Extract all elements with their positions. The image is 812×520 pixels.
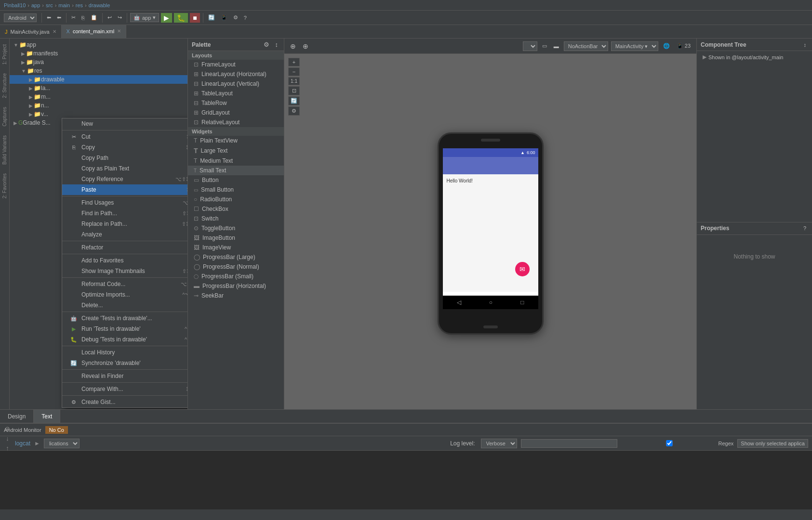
refresh-btn[interactable]: 🔄 (288, 96, 300, 105)
palette-item-linearlayout-h[interactable]: ⊞ LinearLayout (Horizontal) (188, 69, 284, 79)
palette-item-switch[interactable]: ⊡ Switch (188, 214, 284, 223)
ctx-create-gist[interactable]: ⚙ Create Gist... (62, 397, 188, 407)
tree-item-values[interactable]: ▶ 📁 v... (10, 110, 187, 118)
ctx-refactor[interactable]: Refactor (62, 242, 188, 253)
breadcrumb-pinball[interactable]: Pinball10 (4, 2, 26, 8)
close-tab-mainactivity[interactable]: ✕ (53, 29, 56, 34)
palette-item-progressbar-large[interactable]: ◯ ProgressBar (Large) (188, 252, 284, 262)
ctx-create-tests[interactable]: 🤖 Create 'Tests in drawable'... (62, 313, 188, 324)
run-config-dropdown-icon[interactable]: ▾ (153, 14, 156, 21)
vtab-variants[interactable]: Build Variants (1, 131, 8, 169)
breadcrumb-src[interactable]: src (46, 2, 53, 8)
design-zoom-fit-btn[interactable]: ⊕ (288, 41, 298, 51)
palette-item-small-text[interactable]: T Small Text (188, 166, 284, 175)
text-tab[interactable]: Text (34, 410, 60, 423)
palette-item-framelayout[interactable]: ⊡ FrameLayout (188, 60, 284, 69)
palette-item-seekbar[interactable]: ⊸ SeekBar (188, 291, 284, 300)
ctx-cut[interactable]: ✂ Cut ⌘X (62, 131, 188, 142)
sdk-btn[interactable]: ⚙ (231, 13, 240, 22)
ctx-synchronize[interactable]: 🔄 Synchronize 'drawable' (62, 358, 188, 368)
paste-btn[interactable]: 📋 (89, 13, 99, 22)
cut-btn[interactable]: ✂ (69, 13, 78, 22)
vtab-project[interactable]: 1: Project (1, 40, 8, 68)
palette-item-linearlayout-v[interactable]: ⊟ LinearLayout (Vertical) (188, 79, 284, 89)
palette-item-checkbox[interactable]: ☐ CheckBox (188, 204, 284, 214)
show-selected-btn[interactable]: Show only selected applica (737, 439, 808, 448)
breadcrumb-res[interactable]: res (76, 2, 83, 8)
comp-tree-item-shown-in[interactable]: ▶ Shown in @layout/activity_main (701, 53, 808, 61)
monitor-scroll-btn[interactable]: ↓ (4, 434, 11, 443)
stop-button[interactable]: ■ (190, 13, 200, 23)
copy-btn[interactable]: ⎘ (80, 14, 87, 22)
device-landscape-btn[interactable]: ▬ (552, 42, 561, 50)
palette-item-imageview[interactable]: 🖼 ImageView (188, 243, 284, 252)
palette-item-relativelayout[interactable]: ⊡ RelativeLayout (188, 117, 284, 127)
ctx-copy-ref[interactable]: Copy Reference ⌥⇧⌘C (62, 174, 188, 184)
ctx-reformat[interactable]: Reformat Code... ⌥⌘L (62, 279, 188, 289)
close-tab-content-main[interactable]: ✕ (117, 28, 121, 34)
palette-item-gridlayout[interactable]: ⊞ GridLayout (188, 108, 284, 117)
run-button[interactable]: ▶ (161, 13, 172, 23)
undo-btn[interactable]: ↩ (106, 13, 114, 22)
ctx-paste[interactable]: Paste ⌘V (62, 184, 188, 195)
no-connection-btn[interactable]: No Co (45, 426, 68, 434)
palette-item-medium-text[interactable]: T Medium Text (188, 156, 284, 166)
palette-item-imagebutton[interactable]: 🖼 ImageButton (188, 233, 284, 243)
activity-select[interactable]: MainActivity ▾ (611, 41, 658, 51)
palette-item-large-text[interactable]: T Large Text (188, 145, 284, 156)
tree-item-app[interactable]: ▼ 📁 app (10, 40, 187, 49)
ctx-replace-path[interactable]: Replace in Path... ⇧⌘R (62, 219, 188, 229)
tree-item-mipmap[interactable]: ▶ 📁 m... (10, 92, 187, 101)
app-filter-select[interactable]: lications (44, 439, 80, 448)
component-tree-expand-btn[interactable]: ↕ (802, 41, 809, 49)
monitor-clear-btn[interactable]: ⊘ (4, 424, 11, 433)
design-zoom-rect-btn[interactable]: ⊕ (301, 41, 310, 51)
ctx-copy-path[interactable]: Copy Path (62, 153, 188, 163)
palette-item-button[interactable]: ▭ Button (188, 175, 284, 185)
log-level-select[interactable]: Verbose Debug Info Warn Error Assert (481, 439, 517, 448)
palette-item-progressbar-normal[interactable]: ◯ ProgressBar (Normal) (188, 262, 284, 272)
tab-content-main[interactable]: X content_main.xml ✕ (62, 25, 127, 38)
help-btn[interactable]: ? (242, 14, 249, 22)
zoom-in-btn[interactable]: + (288, 58, 300, 66)
regex-checkbox[interactable] (621, 440, 718, 446)
ctx-run-tests[interactable]: ▶ Run 'Tests in drawable' ^⇧R (62, 324, 188, 334)
device-portrait-btn[interactable]: ▭ (540, 42, 549, 50)
ctx-copy-plain[interactable]: Copy as Plain Text (62, 163, 188, 174)
palette-item-plain-textview[interactable]: T Plain TextView (188, 136, 284, 145)
palette-sort-btn[interactable]: ↕ (273, 40, 280, 49)
ctx-delete[interactable]: Delete... ⌦ (62, 300, 188, 311)
ctx-new[interactable]: New (62, 118, 188, 129)
ctx-debug-tests[interactable]: 🐛 Debug 'Tests in drawable' ^⇧D (62, 334, 188, 345)
regex-label[interactable]: Regex (621, 440, 734, 446)
android-selector[interactable]: Android Project (2, 13, 39, 22)
breadcrumb-app[interactable]: app (31, 2, 40, 8)
palette-item-tablelayout[interactable]: ⊞ TableLayout (188, 89, 284, 98)
monitor-search-input[interactable] (521, 439, 617, 448)
vtab-structure[interactable]: 2: Structure (1, 69, 8, 102)
ctx-find-path[interactable]: Find in Path... ⇧⌘F (62, 208, 188, 219)
ctx-find-usages[interactable]: Find Usages ⌥F7 (62, 197, 188, 208)
locale-btn[interactable]: 🌐 (661, 42, 672, 50)
zoom-fit-btn[interactable]: ⊡ (288, 86, 300, 95)
project-view-select[interactable]: Android Project (4, 13, 37, 22)
tree-item-res[interactable]: ▼ 📁 res (10, 66, 187, 75)
phone-fab-button[interactable]: ✉ (515, 262, 530, 276)
ctx-compare-with[interactable]: Compare With... ⌘D (62, 384, 188, 394)
ctx-analyze[interactable]: Analyze (62, 229, 188, 240)
ctx-reveal-finder[interactable]: Reveal in Finder (62, 371, 188, 381)
theme-select[interactable]: NoActionBar AppTheme (564, 41, 608, 51)
ctx-show-thumbnails[interactable]: Show Image Thumbnails ⇧⌘T (62, 266, 188, 276)
api-btn[interactable]: 📱 23 (675, 42, 692, 50)
ctx-local-history[interactable]: Local History (62, 347, 188, 358)
monitor-arrow-btn[interactable]: ► (34, 440, 40, 447)
palette-item-progressbar-small[interactable]: ◯ ProgressBar (Small) (188, 272, 284, 281)
breadcrumb-drawable[interactable]: drawable (89, 2, 110, 8)
palette-item-small-button[interactable]: ▭ Small Button (188, 185, 284, 195)
debug-button[interactable]: 🐛 (174, 13, 188, 23)
tab-mainactivity[interactable]: J MainActivity.java ✕ (0, 25, 62, 38)
palette-item-progressbar-h[interactable]: ▬ ProgressBar (Horizontal) (188, 281, 284, 291)
tree-item-manifests[interactable]: ▶ 📁 manifests (10, 49, 187, 58)
sync-btn[interactable]: 🔄 (206, 13, 217, 22)
back-btn[interactable]: ⬅ (45, 13, 53, 22)
